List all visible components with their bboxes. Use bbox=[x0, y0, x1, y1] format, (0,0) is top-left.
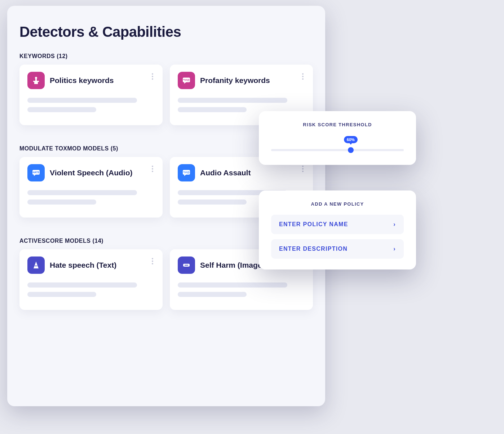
policy-title: ADD A NEW POLICY bbox=[271, 201, 404, 207]
chevron-right-icon: › bbox=[393, 246, 396, 252]
placeholder-line bbox=[27, 200, 96, 205]
placeholder-line bbox=[27, 98, 137, 103]
policy-name-placeholder: ENTER POLICY NAME bbox=[279, 221, 348, 228]
kebab-menu[interactable] bbox=[149, 257, 156, 266]
add-policy-panel: ADD A NEW POLICY ENTER POLICY NAME › ENT… bbox=[259, 190, 416, 269]
svg-rect-2 bbox=[33, 81, 39, 82]
placeholder-line bbox=[178, 292, 247, 297]
placeholder-line bbox=[178, 107, 247, 112]
card-title: Profanity keywords bbox=[200, 76, 270, 85]
card-politics-keywords[interactable]: Politics keywords bbox=[19, 65, 163, 125]
svg-text:*!#@: *!#@ bbox=[183, 78, 190, 82]
svg-rect-1 bbox=[35, 79, 37, 81]
razor-icon bbox=[178, 257, 195, 274]
card-title: Politics keywords bbox=[50, 76, 114, 85]
swear-bubble-icon: *!#@ bbox=[178, 164, 195, 181]
policy-name-input[interactable]: ENTER POLICY NAME › bbox=[271, 215, 404, 234]
svg-text:*!#@: *!#@ bbox=[183, 171, 190, 174]
kebab-menu[interactable] bbox=[299, 164, 306, 174]
placeholder-line bbox=[27, 282, 137, 288]
kebab-menu[interactable] bbox=[149, 164, 156, 174]
svg-point-11 bbox=[36, 266, 37, 267]
policy-description-input[interactable]: ENTER DESCRIPTION › bbox=[271, 239, 404, 259]
slider-thumb[interactable] bbox=[348, 147, 354, 153]
svg-point-10 bbox=[35, 266, 36, 267]
risk-threshold-panel: RISK SCORE THRESHOLD 60% bbox=[259, 111, 416, 165]
svg-rect-13 bbox=[185, 265, 188, 266]
placeholder-line bbox=[27, 190, 137, 195]
placeholder-line bbox=[178, 282, 287, 288]
swear-bubble-icon: *!#@ bbox=[178, 72, 195, 89]
svg-rect-3 bbox=[34, 82, 38, 84]
card-violent-speech[interactable]: HATE Violent Speech (Audio) bbox=[19, 157, 163, 218]
card-title: Audio Assault bbox=[200, 168, 251, 177]
placeholder-line bbox=[27, 107, 96, 112]
placeholder-line bbox=[178, 98, 287, 103]
kebab-menu[interactable] bbox=[149, 72, 156, 81]
card-title: Violent Speech (Audio) bbox=[50, 168, 132, 177]
slider-value-badge: 60% bbox=[344, 136, 358, 143]
svg-point-0 bbox=[35, 77, 37, 79]
slider-track bbox=[271, 149, 404, 151]
card-title: Hate speech (Text) bbox=[50, 261, 116, 269]
card-title: Self Harm (Images) bbox=[200, 261, 269, 269]
risk-slider[interactable]: 60% bbox=[271, 138, 404, 154]
kebab-menu[interactable] bbox=[299, 72, 306, 81]
placeholder-line bbox=[178, 200, 247, 205]
page-title: Detectors & Capabilities bbox=[19, 24, 313, 40]
section-header-keywords: KEYWORDS (12) bbox=[19, 53, 313, 60]
hate-bubble-icon: HATE bbox=[27, 164, 45, 181]
risk-title: RISK SCORE THRESHOLD bbox=[271, 122, 404, 127]
placeholder-line bbox=[27, 292, 96, 297]
chevron-right-icon: › bbox=[393, 221, 396, 228]
hood-icon bbox=[27, 257, 45, 274]
svg-text:HATE: HATE bbox=[33, 171, 40, 174]
card-hate-speech-text[interactable]: Hate speech (Text) bbox=[19, 249, 163, 310]
podium-icon bbox=[27, 72, 45, 89]
policy-desc-placeholder: ENTER DESCRIPTION bbox=[279, 246, 348, 252]
